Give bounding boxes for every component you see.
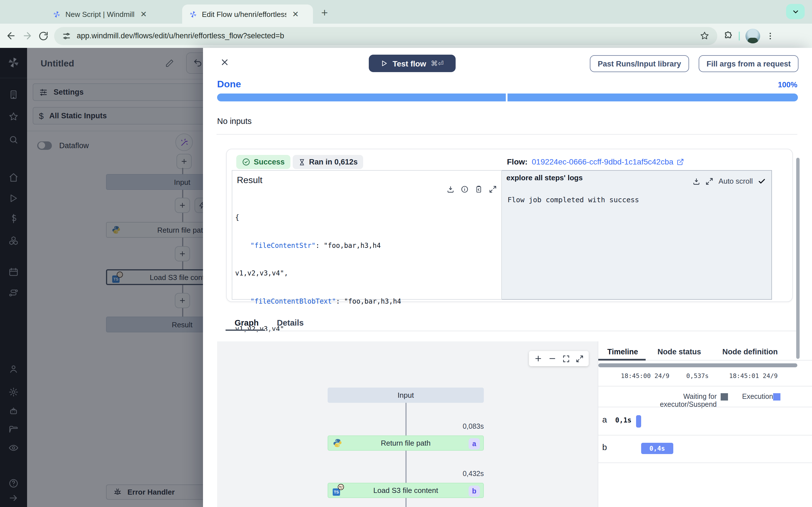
graph-connector xyxy=(405,403,406,436)
progress-segment-a xyxy=(217,94,506,101)
hourglass-icon xyxy=(298,158,306,166)
graph-zoom-controls xyxy=(529,351,589,366)
expand-icon[interactable] xyxy=(706,177,714,185)
logs-pane: explore all steps' logs Auto scroll Flow… xyxy=(502,170,772,300)
windmill-flow-editor: New Script | Windmill ✕ Edit Flow u/henr… xyxy=(0,0,812,507)
step-a-badge: a xyxy=(469,438,480,449)
close-drawer-icon[interactable] xyxy=(220,57,230,67)
fill-args-button[interactable]: Fill args from a request xyxy=(699,55,799,72)
windmill-favicon xyxy=(52,10,61,18)
zoom-out-icon[interactable] xyxy=(548,354,557,363)
extensions-icon[interactable] xyxy=(723,31,733,41)
tab-graph[interactable]: Graph xyxy=(235,318,259,327)
timeline-row-b-id: b xyxy=(602,442,607,452)
row-divider xyxy=(598,386,812,386)
flow-progress-bar xyxy=(217,94,798,101)
legend-execution-label: Execution xyxy=(742,393,773,400)
active-tab-underline xyxy=(598,359,646,360)
windmill-favicon xyxy=(189,10,197,18)
play-icon xyxy=(380,60,388,67)
tab-title: New Script | Windmill xyxy=(65,10,135,18)
graph-connector xyxy=(405,451,406,483)
browser-tab-new-script[interactable]: New Script | Windmill ✕ xyxy=(46,4,154,24)
legend-waiting-swatch xyxy=(721,393,728,400)
zoom-in-icon[interactable] xyxy=(534,354,543,363)
section-divider xyxy=(216,134,797,135)
download-icon[interactable] xyxy=(693,177,701,185)
new-tab-button[interactable]: ＋ xyxy=(319,5,330,20)
timeline-total-duration: 0,537s xyxy=(686,372,709,380)
browser-tab-edit-flow[interactable]: Edit Flow u/henri/effortless_fl ✕ xyxy=(182,4,313,24)
past-runs-button[interactable]: Past Runs/Input library xyxy=(590,55,689,72)
result-pane: Result { "fileContentStr": "foo,bar,h3,h… xyxy=(232,170,502,300)
typescript-bun-icon: TS xyxy=(333,485,343,496)
profile-avatar[interactable] xyxy=(746,29,760,43)
step-detail-panel: Timeline Node status Node definition 18:… xyxy=(598,341,812,507)
step-b-duration: 0,432s xyxy=(327,470,484,478)
flow-id-link[interactable]: 019224ec-0666-ccff-9dbd-1c1af5c42cba xyxy=(532,157,684,166)
success-badge: Success xyxy=(236,155,290,169)
fit-view-icon[interactable] xyxy=(562,355,570,362)
site-settings-icon[interactable] xyxy=(62,31,71,40)
progress-segment-b xyxy=(507,94,798,101)
timeline-end-time: 18:45:01 24/9 xyxy=(729,372,777,380)
row-divider xyxy=(598,462,812,463)
logs-title[interactable]: explore all steps' logs xyxy=(506,173,583,182)
progress-percent: 100% xyxy=(778,80,797,89)
timeline-row-a-id: a xyxy=(602,414,607,424)
step-b-badge: b xyxy=(469,485,480,497)
tab-close-icon[interactable]: ✕ xyxy=(139,10,148,18)
timeline-start-time: 18:45:00 24/9 xyxy=(621,372,669,380)
flow-graph-panel[interactable]: Input 0,083s Return file path a 0,432s T… xyxy=(217,341,598,507)
address-bar[interactable]: app.windmill.dev/flows/edit/u/henri/effo… xyxy=(54,27,717,45)
run-status-label: Done xyxy=(217,79,241,90)
check-icon[interactable] xyxy=(758,177,766,185)
toolbar-divider xyxy=(739,31,740,40)
flow-id-label: Flow: xyxy=(507,157,527,166)
python-icon xyxy=(333,438,342,448)
tab-title: Edit Flow u/henri/effortless_fl xyxy=(202,10,287,18)
external-link-icon xyxy=(677,158,684,165)
log-line: Flow job completed with success xyxy=(507,195,639,204)
legend-waiting-label: Waiting for executor/Suspend xyxy=(628,393,717,408)
auto-scroll-label[interactable]: Auto scroll xyxy=(719,177,753,185)
run-result-card: Success Ran in 0,612s Flow: 019224ec-066… xyxy=(226,149,793,302)
timeline-bar-b[interactable]: 0,4s xyxy=(641,443,673,454)
tab-details[interactable]: Details xyxy=(277,318,304,327)
tab-node-definition[interactable]: Node definition xyxy=(722,348,778,356)
bookmark-star-icon[interactable] xyxy=(700,31,709,41)
copy-clipboard-icon[interactable] xyxy=(475,185,483,193)
graph-connector xyxy=(405,498,406,507)
browser-tab-strip: New Script | Windmill ✕ Edit Flow u/henr… xyxy=(0,0,812,24)
tab-timeline[interactable]: Timeline xyxy=(607,348,638,356)
graph-node-input[interactable]: Input xyxy=(327,388,484,403)
test-flow-button[interactable]: Test flow ⌘⏎ xyxy=(369,55,456,72)
info-icon[interactable] xyxy=(461,185,469,193)
browser-menu-icon[interactable] xyxy=(766,31,775,40)
tab-search-chevron-button[interactable] xyxy=(786,4,805,19)
test-flow-drawer: Test flow ⌘⏎ Past Runs/Input library Fil… xyxy=(203,48,812,507)
timeline-bar-a[interactable] xyxy=(636,415,641,428)
back-icon[interactable] xyxy=(6,31,16,41)
vertical-scrollbar[interactable] xyxy=(796,158,800,359)
duration-badge: Ran in 0,612s xyxy=(293,155,363,169)
graph-node-return-file-path[interactable]: Return file path a xyxy=(327,436,484,451)
step-a-duration: 0,083s xyxy=(327,422,484,431)
horizontal-scrollbar[interactable] xyxy=(598,363,797,367)
chevron-down-icon xyxy=(792,8,799,15)
tab-close-icon[interactable]: ✕ xyxy=(291,10,300,18)
download-icon[interactable] xyxy=(447,185,455,193)
row-divider xyxy=(598,435,812,436)
expand-icon[interactable] xyxy=(489,185,497,193)
result-title: Result xyxy=(237,175,262,185)
forward-icon[interactable] xyxy=(22,31,33,41)
modal-backdrop[interactable] xyxy=(0,48,203,507)
row-divider xyxy=(598,407,812,407)
tab-node-status[interactable]: Node status xyxy=(658,348,701,356)
shortcut-hint: ⌘⏎ xyxy=(431,59,444,68)
tabs-divider xyxy=(225,331,798,331)
reload-icon[interactable] xyxy=(38,31,49,41)
graph-node-load-s3[interactable]: TS Load S3 file content b xyxy=(327,483,484,498)
expand-icon[interactable] xyxy=(576,355,583,362)
url-text[interactable]: app.windmill.dev/flows/edit/u/henri/effo… xyxy=(77,32,694,40)
